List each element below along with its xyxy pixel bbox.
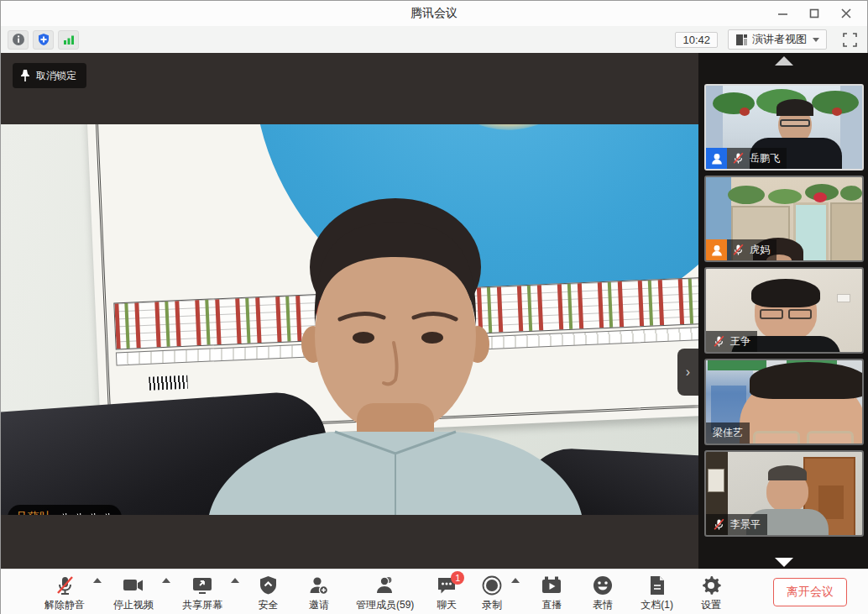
members-icon: [374, 573, 397, 596]
fullscreen-icon[interactable]: [839, 29, 860, 50]
speaker-view-icon: [735, 34, 748, 46]
document-icon: [647, 573, 667, 596]
participant-tile[interactable]: 李景平: [704, 450, 864, 537]
unmute-button[interactable]: 解除静音: [44, 570, 85, 614]
meeting-toolbar: 10:42 演讲者视图: [1, 26, 867, 53]
participant-name: 岳鹏飞: [750, 151, 780, 165]
security-button[interactable]: 安全: [258, 570, 279, 614]
view-switcher-button[interactable]: 演讲者视图: [728, 29, 827, 50]
participants-sidebar: 岳鹏飞: [698, 53, 868, 569]
chat-unread-badge: 1: [451, 571, 464, 585]
cohost-badge-icon: [706, 239, 727, 260]
reactions-button[interactable]: 表情: [592, 570, 614, 614]
settings-gear-icon: [700, 573, 722, 596]
manage-members-button[interactable]: 管理成员(59): [356, 570, 414, 614]
chat-icon: 1: [436, 573, 458, 596]
chat-button[interactable]: 1 聊天: [436, 570, 458, 614]
meeting-info-icon[interactable]: [8, 30, 29, 50]
speaker-name-tag: 吕蒲叶: [8, 505, 122, 515]
mic-muted-icon: [713, 335, 725, 348]
chevron-down-icon: [813, 38, 819, 42]
scroll-down-arrow[interactable]: [775, 558, 793, 567]
host-badge-icon: [706, 148, 727, 169]
mic-muted-icon: [732, 152, 745, 165]
close-button[interactable]: [830, 1, 862, 26]
scroll-up-arrow[interactable]: [775, 56, 793, 66]
unpin-label: 取消锁定: [36, 69, 76, 83]
mic-options-caret[interactable]: [93, 578, 102, 583]
record-button[interactable]: 录制: [481, 570, 503, 614]
speaker-name: 吕蒲叶: [16, 510, 51, 515]
participant-name: 虎妈: [750, 243, 770, 257]
title-bar: 腾讯会议: [1, 1, 867, 26]
share-options-caret[interactable]: [231, 578, 239, 583]
clap-emoji-icon: [72, 512, 85, 516]
camera-icon: [122, 573, 145, 596]
settings-button[interactable]: 设置: [700, 570, 722, 614]
stop-video-button[interactable]: 停止视频: [113, 570, 154, 614]
participant-name-tag: 王争: [706, 331, 757, 352]
share-screen-icon: [191, 573, 214, 596]
leave-meeting-button[interactable]: 离开会议: [773, 578, 847, 606]
participant-tile[interactable]: 梁佳艺: [704, 359, 864, 445]
invite-person-icon: [307, 573, 331, 596]
record-options-caret[interactable]: [511, 578, 520, 583]
network-signal-icon[interactable]: [58, 30, 79, 50]
participant-name-tag: 李景平: [706, 514, 767, 535]
participant-name: 李景平: [730, 517, 761, 532]
speaker-video: 吕蒲叶: [1, 124, 698, 515]
chevron-right-icon: ›: [686, 365, 690, 380]
window-title: 腾讯会议: [410, 6, 458, 21]
share-screen-button[interactable]: 共享屏幕: [182, 570, 222, 614]
documents-button[interactable]: 文档(1): [641, 570, 673, 614]
mic-muted-icon: [54, 573, 76, 596]
security-shield-icon: [258, 573, 279, 596]
participant-name: 梁佳艺: [713, 426, 743, 440]
wave-emoji-icon: [58, 512, 71, 516]
live-tv-icon: [540, 573, 563, 596]
participant-name-tag: 岳鹏飞: [706, 148, 787, 169]
participant-tile[interactable]: 王争: [704, 267, 864, 354]
live-button[interactable]: 直播: [540, 570, 563, 614]
speaker-person: [1, 124, 698, 515]
view-switcher-label: 演讲者视图: [752, 32, 807, 47]
emoji-icon: [592, 573, 614, 596]
participant-tile[interactable]: 虎妈: [704, 176, 864, 262]
participant-name-tag: 虎妈: [706, 239, 776, 260]
clap-emoji-icon: [86, 512, 99, 516]
tencent-meeting-window: 腾讯会议 10:42: [0, 0, 868, 614]
mic-muted-icon: [732, 244, 745, 256]
participant-tile[interactable]: 岳鹏飞: [704, 84, 864, 171]
mic-muted-icon: [713, 518, 725, 531]
clap-emoji-icon: [101, 512, 113, 516]
pin-icon: [19, 69, 31, 82]
bottom-toolbar: 解除静音 停止视频 共享屏幕 安全 邀请: [1, 569, 868, 614]
sidebar-collapse-handle[interactable]: ›: [677, 349, 698, 396]
maximize-button[interactable]: [798, 1, 830, 26]
invite-button[interactable]: 邀请: [307, 570, 331, 614]
record-icon: [481, 573, 503, 596]
minimize-button[interactable]: [766, 1, 798, 26]
video-options-caret[interactable]: [162, 578, 170, 583]
participant-name-tag: 梁佳艺: [706, 422, 750, 443]
participant-name: 王争: [730, 334, 750, 349]
unpin-button[interactable]: 取消锁定: [13, 63, 86, 88]
main-video-stage: 吕蒲叶: [1, 53, 698, 569]
meeting-timer: 10:42: [675, 32, 718, 48]
content-area: 吕蒲叶: [1, 53, 868, 569]
health-shield-icon[interactable]: [33, 30, 54, 50]
